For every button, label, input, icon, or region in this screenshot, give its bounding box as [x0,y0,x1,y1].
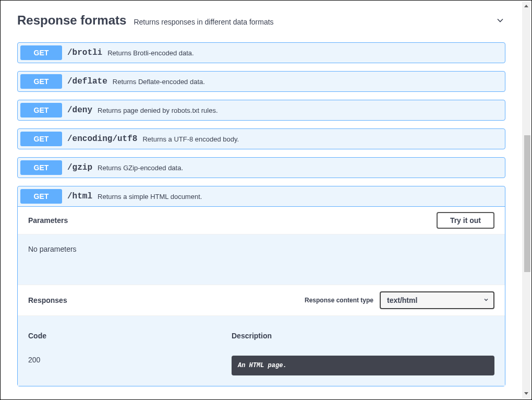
method-badge: GET [20,74,62,89]
endpoint-path: /deny [67,105,92,115]
response-row: 200 An HTML page. [28,356,494,375]
endpoint-gzip[interactable]: GET /gzip Returns GZip-encoded data. [17,157,505,178]
endpoint-deflate[interactable]: GET /deflate Returns Deflate-encoded dat… [17,71,505,92]
section-title: Response formats [17,13,126,28]
method-badge: GET [20,132,62,146]
endpoint-description: Returns Brotli-encoded data. [107,49,194,57]
endpoint-path: /html [67,192,92,201]
section-description: Returns responses in different data form… [134,18,273,26]
endpoint-description: Returns a UTF-8 encoded body. [142,135,239,143]
scroll-up-arrow-icon[interactable] [522,2,530,10]
endpoint-brotli[interactable]: GET /brotli Returns Brotli-encoded data. [17,42,505,63]
section-header[interactable]: Response formats Returns responses in di… [17,13,505,30]
no-parameters-text: No parameters [18,234,505,285]
content-type-label: Response content type [305,297,373,304]
scroll-down-arrow-icon[interactable] [522,389,530,397]
scrollbar-thumb[interactable] [524,135,530,272]
endpoint-summary[interactable]: GET /html Returns a simple HTML document… [18,186,505,206]
endpoint-path: /gzip [67,163,92,172]
endpoint-description: Returns Deflate-encoded data. [113,78,205,86]
method-badge: GET [20,189,62,204]
endpoint-path: /encoding/utf8 [67,134,137,144]
chevron-down-icon[interactable] [495,15,505,26]
response-code: 200 [28,356,232,364]
code-column-header: Code [28,332,232,340]
response-description: An HTML page. [232,356,494,375]
endpoint-path: /deflate [67,77,107,86]
method-badge: GET [20,160,62,175]
endpoint-deny[interactable]: GET /deny Returns page denied by robots.… [17,100,505,121]
api-docs-panel: Response formats Returns responses in di… [3,3,520,397]
endpoint-description: Returns page denied by robots.txt rules. [98,107,218,114]
method-badge: GET [20,103,62,117]
endpoint-description: Returns GZip-encoded data. [98,164,183,172]
description-column-header: Description [232,332,494,340]
endpoint-html: GET /html Returns a simple HTML document… [17,186,505,386]
try-it-out-button[interactable]: Try it out [437,212,494,229]
responses-label: Responses [28,296,67,304]
method-badge: GET [20,45,62,60]
endpoint-path: /brotli [67,48,102,57]
endpoint-description: Returns a simple HTML document. [98,193,202,201]
endpoint-body: Parameters Try it out No parameters Resp… [18,206,505,386]
response-table: Code Description 200 An HTML page. [18,316,505,386]
content-type-select[interactable]: text/html [380,291,494,309]
endpoint-encoding-utf8[interactable]: GET /encoding/utf8 Returns a UTF-8 encod… [17,128,505,149]
parameters-label: Parameters [28,216,68,225]
